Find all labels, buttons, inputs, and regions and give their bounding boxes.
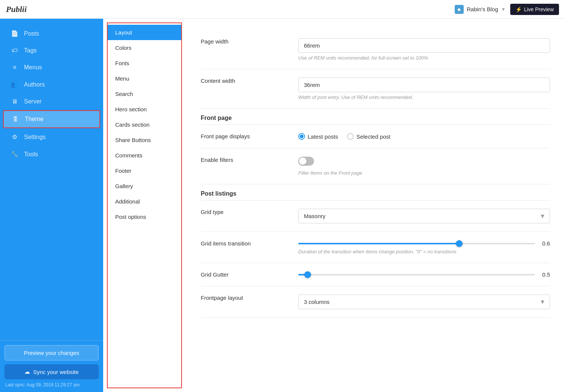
grid-gutter-control: 0.5 [298,271,550,278]
theme-menu-layout[interactable]: Layout [108,25,181,40]
blog-icon: ◆ [455,5,464,14]
radio-selected-post[interactable]: Selected post [347,133,391,140]
theme-menu-post-options[interactable]: Post options [108,209,181,224]
theme-menu-share[interactable]: Share Buttons [108,132,181,148]
menus-icon: ≡ [11,64,19,71]
sidebar: 📄 Posts 🏷 Tags ≡ Menus 👥 Authors 🖥 Serve… [0,19,103,392]
grid-transition-label-col: Grid items transition [201,240,283,247]
front-page-radio-group: Latest posts Selected post [298,133,550,140]
front-page-displays-label-col: Front page displays [201,133,283,139]
sidebar-label-theme: Theme [25,116,44,123]
content-width-hint: Width of post entry. Use of REM units re… [298,94,550,100]
page-width-hint: Use of REM units recommended; for full-s… [298,55,550,61]
server-icon: 🖥 [11,98,19,105]
grid-gutter-slider-row: 0.5 [298,271,550,278]
theme-menu-menu[interactable]: Menu [108,71,181,86]
grid-type-select[interactable]: Masonry Standard Grid [298,209,550,223]
preview-changes-button[interactable]: Preview your changes [5,345,99,361]
sidebar-label-server: Server [24,98,42,105]
theme-menu-additional[interactable]: Additional [108,194,181,209]
radio-label-selected: Selected post [356,133,391,140]
grid-transition-fill [298,243,459,244]
sidebar-label-tags: Tags [24,47,37,54]
theme-menu-cards[interactable]: Cards section [108,117,181,132]
last-sync-text: Last sync: Aug 09, 2019 11:29:27 am [5,382,99,388]
theme-menu-gallery[interactable]: Gallery [108,178,181,194]
front-page-header-row: Front page [201,109,550,125]
content-width-label: Content width [201,78,283,84]
sidebar-item-tools[interactable]: 🔧 Tools [3,146,100,163]
sync-website-button[interactable]: ☁ Sync your website [5,364,99,379]
radio-inner-latest [300,135,304,138]
main-layout: 📄 Posts 🏷 Tags ≡ Menus 👥 Authors 🖥 Serve… [0,19,565,392]
settings-panel: Page width Use of REM units recommended;… [186,19,565,392]
grid-type-select-wrapper: Masonry Standard Grid ▼ [298,209,550,223]
sidebar-label-authors: Authors [24,81,45,88]
live-preview-label: Live Preview [524,6,554,12]
blog-selector[interactable]: ◆ Rabin's Blog ▼ [455,5,506,14]
app-logo: Publii [6,4,27,14]
grid-type-label: Grid type [201,209,283,215]
front-page-displays-row: Front page displays Latest posts Selecte… [201,125,550,148]
frontpage-layout-select-wrapper: 1 column 2 columns 3 columns 4 columns ▼ [298,295,550,309]
radio-latest-posts[interactable]: Latest posts [298,133,338,140]
toggle-container: Filter Items on the Front page [298,157,550,176]
sidebar-item-server[interactable]: 🖥 Server [3,93,100,110]
sidebar-item-theme[interactable]: 🎛 Theme [3,110,100,128]
grid-transition-control: 0.6 Duration of the transition when item… [298,240,550,254]
theme-menu-footer[interactable]: Footer [108,163,181,178]
theme-menu-hero[interactable]: Hero section [108,102,181,117]
front-page-title-col: Front page [201,115,283,121]
grid-gutter-thumb[interactable] [304,271,311,278]
sidebar-item-authors[interactable]: 👥 Authors [3,76,100,93]
grid-transition-thumb[interactable] [456,240,463,247]
grid-transition-hint: Duration of the transition when items ch… [298,249,550,254]
frontpage-layout-label: Frontpage layout [201,295,283,301]
enable-filters-control: Filter Items on the Front page [298,157,550,176]
page-width-row: Page width Use of REM units recommended;… [201,30,550,69]
sidebar-item-settings[interactable]: ⚙ Settings [3,129,100,145]
theme-menu-search[interactable]: Search [108,86,181,102]
sync-label: Sync your website [33,369,79,375]
radio-circle-latest [298,133,305,140]
blog-name: Rabin's Blog [467,6,498,12]
theme-menu-panel: Layout Colors Fonts Menu Search Hero sec… [107,22,182,388]
theme-menu-colors[interactable]: Colors [108,40,181,55]
grid-type-label-col: Grid type [201,209,283,215]
grid-transition-label: Grid items transition [201,240,283,247]
content-area: Layout Colors Fonts Menu Search Hero sec… [103,19,565,392]
sidebar-item-tags[interactable]: 🏷 Tags [3,42,100,59]
enable-filters-toggle[interactable] [298,157,314,166]
grid-transition-track [298,243,535,244]
post-listings-header-row: Post listings [201,184,550,200]
grid-gutter-value: 0.5 [539,271,550,278]
sidebar-bottom: Preview your changes ☁ Sync your website… [0,340,103,392]
page-width-control: Use of REM units recommended; for full-s… [298,38,550,61]
theme-menu-comments[interactable]: Comments [108,148,181,163]
page-width-input[interactable] [298,38,550,53]
front-page-displays-control: Latest posts Selected post [298,133,550,140]
grid-gutter-label-col: Grid Gutter [201,271,283,278]
content-width-input[interactable] [298,78,550,92]
sidebar-nav: 📄 Posts 🏷 Tags ≡ Menus 👥 Authors 🖥 Serve… [0,19,103,340]
grid-type-row: Grid type Masonry Standard Grid ▼ [201,200,550,232]
frontpage-layout-select[interactable]: 1 column 2 columns 3 columns 4 columns [298,295,550,309]
chevron-down-icon: ▼ [501,7,506,12]
settings-icon: ⚙ [11,133,19,141]
page-width-label-col: Page width [201,38,283,45]
enable-filters-label-col: Enable filters [201,157,283,163]
sidebar-item-menus[interactable]: ≡ Menus [3,59,100,76]
front-page-displays-label: Front page displays [201,133,283,139]
theme-menu-fonts[interactable]: Fonts [108,55,181,71]
post-listings-title-col: Post listings [201,190,283,197]
sidebar-label-menus: Menus [24,64,42,71]
lightning-icon: ⚡ [515,6,522,12]
page-width-label: Page width [201,38,283,45]
grid-transition-slider-row: 0.6 [298,240,550,247]
frontpage-layout-row: Frontpage layout 1 column 2 columns 3 co… [201,286,550,318]
front-page-title: Front page [201,115,283,121]
sidebar-label-settings: Settings [24,134,46,141]
radio-label-latest: Latest posts [308,133,338,140]
live-preview-button[interactable]: ⚡ Live Preview [510,4,559,15]
sidebar-item-posts[interactable]: 📄 Posts [3,25,100,42]
